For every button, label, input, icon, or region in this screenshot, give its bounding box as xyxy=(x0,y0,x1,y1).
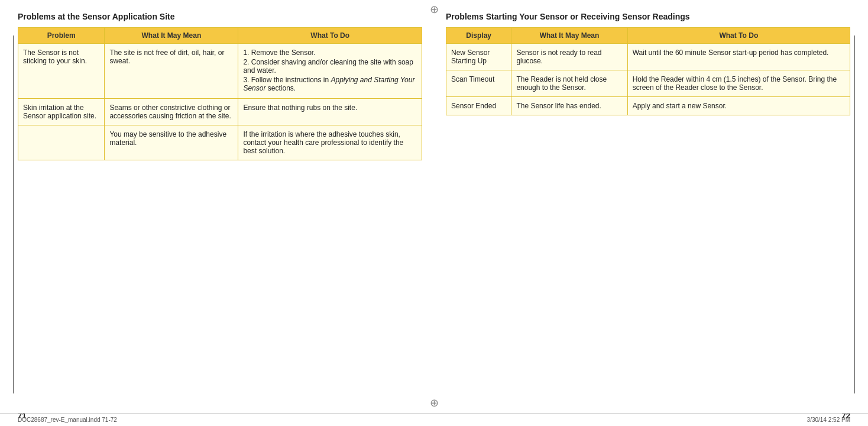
left-table: Problem What It May Mean What To Do The … xyxy=(18,27,422,160)
bottom-decoration: ⊕ xyxy=(430,396,439,409)
left-col-problem: Problem xyxy=(18,28,105,44)
footer-date: 3/30/14 2:52 PM xyxy=(807,417,850,423)
right-table: Display What It May Mean What To Do New … xyxy=(446,27,850,115)
row2-meaning: Seams or other constrictive clothing or … xyxy=(105,99,238,125)
left-col-meaning: What It May Mean xyxy=(105,28,238,44)
right-col-meaning: What It May Mean xyxy=(511,28,627,44)
footer-bar: DOC28687_rev-E_manual.indd 71-72 3/30/14… xyxy=(0,413,868,426)
right-row1-meaning: Sensor is not ready to read glucose. xyxy=(511,44,627,70)
right-panel: Problems Starting Your Sensor or Receivi… xyxy=(446,12,850,160)
right-row2-display: Scan Timeout xyxy=(446,70,511,97)
todo-item-2: 2. Consider shaving and/or cleaning the … xyxy=(243,58,417,75)
todo-item-3: 3. Follow the instructions in Applying a… xyxy=(243,76,417,92)
right-row1-todo: Wait until the 60 minute Sensor start-up… xyxy=(627,44,850,70)
right-col-todo: What To Do xyxy=(627,28,850,44)
footer-doc-id: DOC28687_rev-E_manual.indd 71-72 xyxy=(18,417,117,423)
row3-todo: If the irritation is where the adhesive … xyxy=(238,125,422,160)
table-row: Skin irritation at the Sensor applicatio… xyxy=(18,99,422,125)
todo-item-1: 1. Remove the Sensor. xyxy=(243,49,417,57)
row1-problem: The Sensor is not sticking to your skin. xyxy=(18,44,105,99)
table-row: Sensor Ended The Sensor life has ended. … xyxy=(446,97,850,115)
table-row: New Sensor Starting Up Sensor is not rea… xyxy=(446,44,850,70)
right-row3-display: Sensor Ended xyxy=(446,97,511,115)
row3-problem xyxy=(18,125,105,160)
right-row1-display: New Sensor Starting Up xyxy=(446,44,511,70)
right-row2-meaning: The Reader is not held close enough to t… xyxy=(511,70,627,97)
right-row3-todo: Apply and start a new Sensor. xyxy=(627,97,850,115)
row1-todo: 1. Remove the Sensor. 2. Consider shavin… xyxy=(238,44,422,99)
right-col-display: Display xyxy=(446,28,511,44)
table-row: Scan Timeout The Reader is not held clos… xyxy=(446,70,850,97)
right-row3-meaning: The Sensor life has ended. xyxy=(511,97,627,115)
left-panel: Problems at the Sensor Application Site … xyxy=(18,12,422,160)
italic-text: Applying and Starting Your Sensor xyxy=(243,76,414,92)
left-section-title: Problems at the Sensor Application Site xyxy=(18,12,422,21)
table-row: The Sensor is not sticking to your skin.… xyxy=(18,44,422,99)
table-row: You may be sensitive to the adhesive mat… xyxy=(18,125,422,160)
row3-meaning: You may be sensitive to the adhesive mat… xyxy=(105,125,238,160)
left-col-todo: What To Do xyxy=(238,28,422,44)
row2-todo: Ensure that nothing rubs on the site. xyxy=(238,99,422,125)
row1-meaning: The site is not free of dirt, oil, hair,… xyxy=(105,44,238,99)
row2-problem: Skin irritation at the Sensor applicatio… xyxy=(18,99,105,125)
right-row2-todo: Hold the Reader within 4 cm (1.5 inches)… xyxy=(627,70,850,97)
right-section-title: Problems Starting Your Sensor or Receivi… xyxy=(446,12,850,21)
